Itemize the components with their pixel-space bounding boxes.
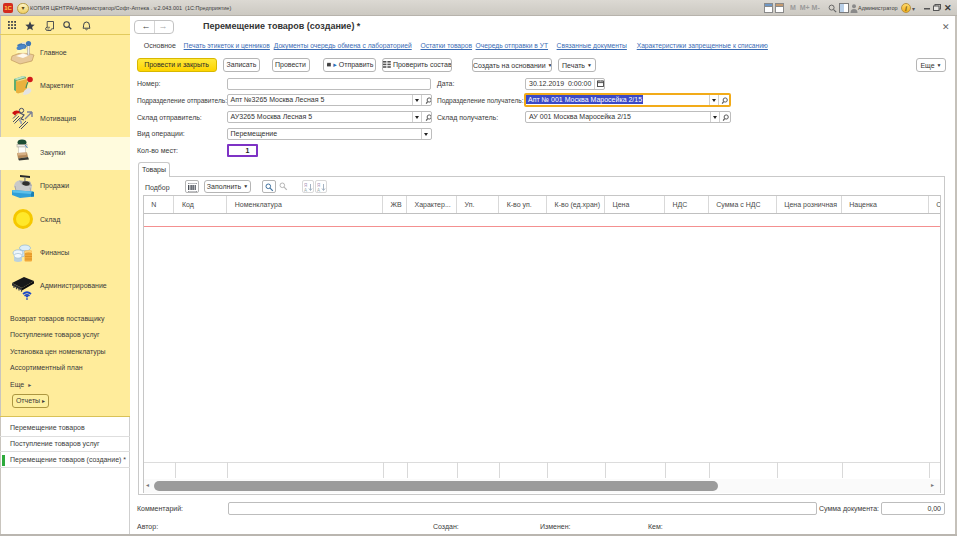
svg-text:А: А <box>317 188 320 192</box>
svg-text:А: А <box>304 188 307 192</box>
